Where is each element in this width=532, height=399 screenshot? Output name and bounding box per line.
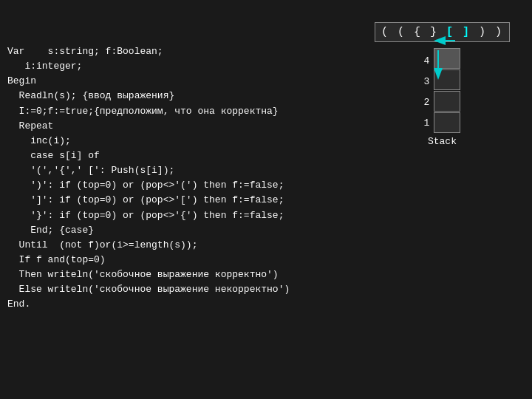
bracket-item: (	[381, 26, 398, 38]
code-block: Var s:string; f:Boolean; i:integer; Begi…	[7, 44, 290, 313]
main-area: Var s:string; f:Boolean; i:integer; Begi…	[0, 0, 532, 399]
stack-cells	[434, 48, 460, 133]
bracket-item: }	[430, 26, 446, 38]
bracket-item: {	[414, 26, 430, 38]
stack-area: ( ( { } [ ] ) ) 4 3 2 1 Stack	[375, 22, 510, 147]
stack-label-3: 3	[424, 71, 430, 92]
bracket-item: (	[398, 26, 414, 38]
bracket-item: )	[479, 26, 495, 38]
bracket-bar: ( ( { } [ ] ) )	[375, 22, 510, 42]
stack-cell-1	[434, 112, 460, 133]
stack-label-2: 2	[424, 92, 430, 112]
bracket-item: )	[495, 26, 503, 38]
stack-labels: 4 3 2 1	[424, 50, 430, 133]
stack-cell-2	[434, 91, 460, 112]
stack-cell-3	[434, 69, 460, 90]
bracket-item-highlight: [	[446, 26, 463, 38]
stack-cells-wrapper: 4 3 2 1	[424, 48, 461, 133]
stack-cell-4	[434, 48, 460, 69]
stack-label-1: 1	[424, 112, 430, 133]
bracket-item-highlight: ]	[463, 26, 479, 38]
stack-label-4: 4	[424, 50, 430, 71]
stack-text: Stack	[428, 136, 457, 147]
